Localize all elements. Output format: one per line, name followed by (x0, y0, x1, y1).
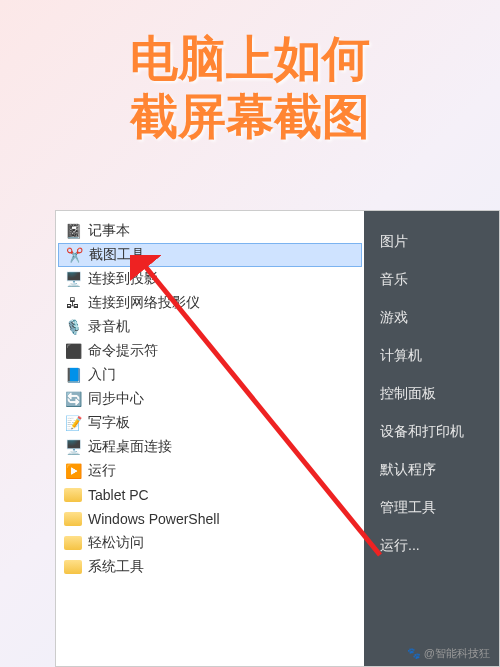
folder-icon (64, 558, 82, 576)
system-link-7[interactable]: 管理工具 (364, 489, 499, 527)
app-icon: 📘 (64, 366, 82, 384)
program-item-7[interactable]: 🔄同步中心 (56, 387, 364, 411)
program-item-6[interactable]: 📘入门 (56, 363, 364, 387)
programs-list: 📓记事本✂️截图工具🖥️连接到投影🖧连接到网络投影仪🎙️录音机⬛命令提示符📘入门… (56, 211, 364, 666)
program-label: 录音机 (88, 318, 130, 336)
page-title: 电脑上如何 截屏幕截图 (0, 0, 500, 165)
program-label: 截图工具 (89, 246, 145, 264)
folder-icon (64, 510, 82, 528)
system-link-3[interactable]: 计算机 (364, 337, 499, 375)
program-item-9[interactable]: 🖥️远程桌面连接 (56, 435, 364, 459)
app-icon: 📝 (64, 414, 82, 432)
app-icon: 🖧 (64, 294, 82, 312)
app-icon: 🎙️ (64, 318, 82, 336)
system-link-8[interactable]: 运行... (364, 527, 499, 565)
program-item-2[interactable]: 🖥️连接到投影 (56, 267, 364, 291)
start-menu-window: 📓记事本✂️截图工具🖥️连接到投影🖧连接到网络投影仪🎙️录音机⬛命令提示符📘入门… (55, 210, 500, 667)
system-link-0[interactable]: 图片 (364, 223, 499, 261)
program-label: 命令提示符 (88, 342, 158, 360)
program-label: 记事本 (88, 222, 130, 240)
folder-icon (64, 486, 82, 504)
program-item-14[interactable]: 系统工具 (56, 555, 364, 579)
program-label: 系统工具 (88, 558, 144, 576)
app-icon: 🔄 (64, 390, 82, 408)
title-line-1: 电脑上如何 (20, 30, 480, 88)
system-link-1[interactable]: 音乐 (364, 261, 499, 299)
program-label: 入门 (88, 366, 116, 384)
program-label: 同步中心 (88, 390, 144, 408)
program-item-10[interactable]: ▶️运行 (56, 459, 364, 483)
program-item-1[interactable]: ✂️截图工具 (58, 243, 362, 267)
system-link-6[interactable]: 默认程序 (364, 451, 499, 489)
program-item-0[interactable]: 📓记事本 (56, 219, 364, 243)
program-item-11[interactable]: Tablet PC (56, 483, 364, 507)
program-item-8[interactable]: 📝写字板 (56, 411, 364, 435)
app-icon: ✂️ (65, 246, 83, 264)
program-label: Tablet PC (88, 487, 149, 503)
program-label: 连接到网络投影仪 (88, 294, 200, 312)
program-item-12[interactable]: Windows PowerShell (56, 507, 364, 531)
program-item-4[interactable]: 🎙️录音机 (56, 315, 364, 339)
app-icon: ▶️ (64, 462, 82, 480)
app-icon: 📓 (64, 222, 82, 240)
program-label: 远程桌面连接 (88, 438, 172, 456)
program-label: 轻松访问 (88, 534, 144, 552)
system-link-4[interactable]: 控制面板 (364, 375, 499, 413)
program-label: Windows PowerShell (88, 511, 220, 527)
program-item-3[interactable]: 🖧连接到网络投影仪 (56, 291, 364, 315)
program-label: 运行 (88, 462, 116, 480)
program-item-5[interactable]: ⬛命令提示符 (56, 339, 364, 363)
title-line-2: 截屏幕截图 (20, 88, 480, 146)
attribution-text: 🐾 @智能科技狂 (407, 646, 490, 661)
system-link-2[interactable]: 游戏 (364, 299, 499, 337)
program-label: 连接到投影 (88, 270, 158, 288)
system-link-5[interactable]: 设备和打印机 (364, 413, 499, 451)
system-links: 图片音乐游戏计算机控制面板设备和打印机默认程序管理工具运行... (364, 211, 499, 666)
folder-icon (64, 534, 82, 552)
app-icon: ⬛ (64, 342, 82, 360)
app-icon: 🖥️ (64, 270, 82, 288)
app-icon: 🖥️ (64, 438, 82, 456)
program-label: 写字板 (88, 414, 130, 432)
program-item-13[interactable]: 轻松访问 (56, 531, 364, 555)
